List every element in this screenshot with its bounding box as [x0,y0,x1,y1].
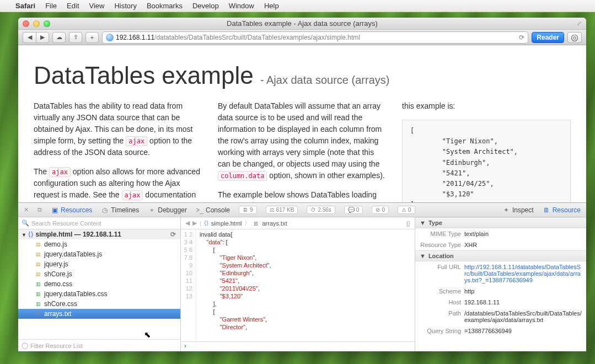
warning-icon: ⚠ [401,207,406,213]
resource-file-jquery-js[interactable]: ▤jquery.js [18,259,180,269]
location-section-header[interactable]: ▼Location [415,250,586,261]
inspector-gear-button[interactable]: ◎ [567,32,582,43]
menubar-app-name[interactable]: Safari [15,2,35,10]
search-resource-input[interactable]: 🔍Search Resource Content [18,217,180,229]
window-minimize-button[interactable] [33,20,40,27]
host-label: Host [420,299,461,306]
warnings-badge: ⚠0 [398,206,415,214]
resource-file-demo-js[interactable]: ▤demo.js [18,239,180,249]
resource-type-label: Resource Type [420,242,461,248]
debugger-tab[interactable]: ⌖Debugger [148,206,187,214]
ajax-code-inline: ajax [49,167,71,177]
source-panel: ◀ ▶ | ⟨⟩ simple.html 〉 🗎 arrays.txt {} 1… [181,217,415,351]
menubar-develop[interactable]: Develop [192,2,219,10]
resources-icon: ▣ [51,206,58,214]
timelines-icon: ◷ [101,206,109,214]
menubar-file[interactable]: File [45,2,57,10]
window-titlebar[interactable]: DataTables example - Ajax data source (a… [18,18,586,30]
nav-back-icon[interactable]: ◀ [185,220,190,227]
host-value: 192.168.1.11 [464,299,582,306]
prompt-icon[interactable]: › [181,341,415,351]
transfer-size-badge: ⚖617 KB [266,206,298,214]
resource-file-shCore-css[interactable]: ▥shCore.css [18,299,180,309]
reader-button[interactable]: Reader [532,32,564,43]
forward-button[interactable]: ▶ [36,32,49,43]
disclosure-triangle-icon: ▼ [420,220,426,226]
inspector-close-icon[interactable]: ✕ [24,206,29,213]
mouse-cursor-icon: ⬉ [144,330,151,340]
add-bookmark-button[interactable]: + [85,32,99,43]
window-zoom-button[interactable] [44,20,50,27]
css-file-icon: ▥ [35,281,41,287]
resource-file-demo-css[interactable]: ▥demo.css [18,279,180,289]
text-file-icon: 🗎 [253,220,259,227]
icloud-tabs-button[interactable]: ☁ [52,32,66,43]
menubar-edit[interactable]: Edit [67,2,79,10]
type-section-header[interactable]: ▼Type [415,217,586,228]
resource-file-jquery-dataTables-js[interactable]: ▤jquery.dataTables.js [18,249,180,259]
menubar-bookmarks[interactable]: Bookmarks [147,2,183,10]
breadcrumb-root[interactable]: simple.html [211,220,242,227]
inspect-button[interactable]: ✦Inspect [502,206,534,214]
resource-panel-button[interactable]: 🗎Resource [543,206,581,214]
menubar-window[interactable]: Window [229,2,254,10]
address-bar[interactable]: 192.168.1.11/datatables/DataTablesSrc/bu… [102,31,528,44]
reload-icon[interactable]: ⟳ [519,34,524,41]
document-icon: 🗎 [243,207,248,213]
js-file-icon: ▤ [35,271,41,277]
full-url-value[interactable]: http://192.168.1.11/datatables/DataTable… [464,264,582,283]
disclosure-triangle-icon: ▼ [420,253,426,259]
html-file-icon: ⟨⟩ [204,220,208,227]
resource-type-value: XHR [464,242,582,248]
window-resize-icon[interactable]: ⤢ [577,20,582,27]
text-column-2: By default DataTables will assume that a… [218,100,387,202]
scheme-value: http [464,288,582,295]
chat-icon: 💬 [348,207,355,213]
resource-icon: 🗎 [543,206,550,214]
menubar-history[interactable]: History [114,2,136,10]
inspector-toolbar: ✕ ⧉ ▣Resources ◷Timelines ⌖Debugger >_Co… [18,203,586,217]
share-button[interactable]: ⇪ [69,32,82,43]
resource-tree-root[interactable]: ▼ ⟨⟩ simple.html — 192.168.1.11⟳ [18,229,180,239]
breadcrumb-file[interactable]: arrays.txt [262,220,287,227]
resource-file-jquery-dataTables-css[interactable]: ▥jquery.dataTables.css [18,289,180,299]
console-icon: >_ [196,206,203,214]
menubar-help[interactable]: Help [264,2,279,10]
page-subtitle: - Ajax data source (arrays) [260,74,390,86]
js-file-icon: ▤ [35,241,41,248]
query-string-value: =1388776636949 [464,328,582,334]
nav-forward-icon[interactable]: ▶ [192,220,197,227]
details-panel: ▼Type MIME Typetext/plain Resource TypeX… [415,217,586,351]
ajax-code-inline: ajax [126,136,147,146]
request-count-badge: 🗎9 [239,206,257,214]
back-button[interactable]: ◀ [23,32,36,43]
braces-icon[interactable]: {} [406,220,410,227]
timelines-tab[interactable]: ◷Timelines [101,206,139,214]
inspect-icon: ✦ [502,206,510,214]
search-icon: 🔍 [22,220,29,227]
resource-file-shCore-js[interactable]: ▤shCore.js [18,269,180,279]
filter-icon: ◯ [22,342,28,349]
query-string-label: Query String [420,328,461,334]
text-column-3: this example is: [ "Tiger Nixon", "Syste… [402,100,571,202]
browser-toolbar: ◀ ▶ ☁ ⇪ + 192.168.1.11/datatables/DataTa… [18,30,586,45]
console-tab[interactable]: >_Console [196,206,230,214]
ajax-code-inline: ajax [122,190,143,200]
reload-icon[interactable]: ⟳ [170,231,176,238]
page-content: DataTables example - Ajax data source (a… [18,45,586,202]
site-globe-icon [106,34,114,41]
code-viewer[interactable]: 1 2 3 4 5 6 7 8 9 10 11 12 13 invalid da… [181,229,415,341]
resource-sidebar: 🔍Search Resource Content ▼ ⟨⟩ simple.htm… [18,217,181,351]
inspector-dock-icon[interactable]: ⧉ [37,206,42,213]
resources-tab[interactable]: ▣Resources [51,206,92,214]
js-file-icon: ▤ [35,261,41,267]
window-close-button[interactable] [23,20,29,27]
web-inspector: ✕ ⧉ ▣Resources ◷Timelines ⌖Debugger >_Co… [18,202,586,351]
css-file-icon: ▥ [35,301,41,307]
menubar-view[interactable]: View [89,2,105,10]
url-path: /datatables/DataTablesSrc/built/DataTabl… [154,34,360,41]
resource-file-arrays-txt[interactable]: 🗎arrays.txt [18,309,180,319]
errors-badge: ⊘0 [372,206,389,214]
doc-file-icon: 🗎 [35,311,41,317]
filter-resource-input[interactable]: ◯Filter Resource List [18,339,180,351]
